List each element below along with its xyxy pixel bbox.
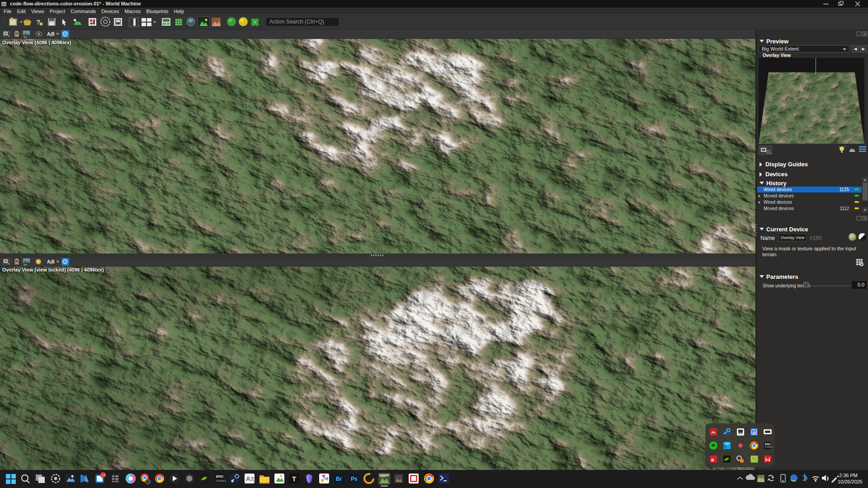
svg-text:Br: Br (336, 476, 342, 482)
svg-text:Ps: Ps (351, 476, 358, 482)
svg-text:10/26/2025: 10/26/2025 (838, 479, 863, 484)
svg-text:T: T (292, 475, 296, 483)
svg-text:a: a (711, 457, 714, 462)
svg-text:12: 12 (101, 473, 105, 477)
svg-text:A: A (753, 430, 756, 435)
svg-text:文: 文 (250, 476, 255, 482)
svg-text:Tex: Tex (24, 36, 27, 38)
svg-text:GAMES: GAMES (216, 479, 226, 482)
svg-text:Tex: Tex (24, 263, 27, 266)
svg-text:2:36 PM: 2:36 PM (839, 473, 858, 478)
svg-text:EPIC: EPIC (216, 475, 223, 478)
svg-text:EPIC: EPIC (765, 443, 771, 446)
svg-text:Color: Color (14, 35, 19, 38)
svg-text:Action Search (Ctrl+Q): Action Search (Ctrl+Q) (269, 19, 324, 25)
svg-text:A|B: A|B (47, 32, 55, 37)
svg-text:Color: Color (14, 263, 19, 265)
svg-text:GAMES: GAMES (765, 446, 772, 448)
svg-text:?: ? (36, 18, 40, 26)
svg-text:A|B: A|B (47, 259, 55, 264)
